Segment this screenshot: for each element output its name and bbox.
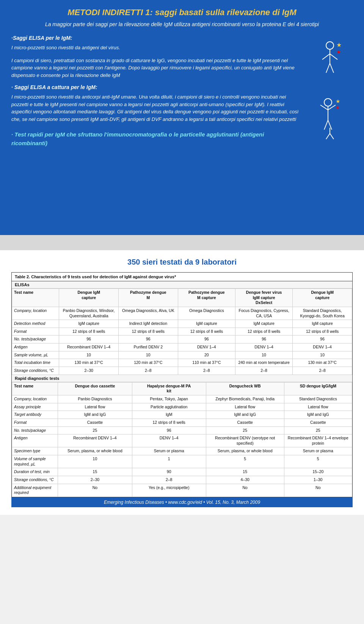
elisa-cell: 2–8 [293,367,352,375]
elisa-cell: 96 [178,336,235,343]
elisa-cell: 2–30 [59,367,119,375]
elisa-row-label: Sample volume, µL [12,351,59,359]
rapid-table: Test name Dengue duo cassette Hapalyse d… [12,382,352,497]
elisa-cell: 96 [293,336,352,343]
svg-point-0 [326,42,334,49]
svg-line-2 [322,54,330,60]
rapid-cell: 1 [132,455,206,468]
rapid-row-label: Company, location [12,395,58,403]
elisa-cell: 10 [293,351,352,359]
rapid-cell: Cassette [284,419,352,426]
rapid-row: Assay principleLateral flowParticle aggl… [12,403,352,411]
rapid-cell: Zephyr Biomedicals, Panaji, India [206,395,284,403]
rapid-cell: No [58,484,132,497]
col-header-label: Test name [12,289,59,307]
elisa-cell: 130 min at 37°C [293,359,352,367]
icon-column: ★ ★ ★ ★ [307,35,353,147]
rapid-col-label: Test name [12,382,58,395]
rapid-cell: Standard Diagnostics [284,395,352,403]
col-header-4: Dengue fever virusIgM captureDxSelect [235,289,292,307]
elisa-row: Detection methodIgM captureIndirect IgM … [12,320,352,328]
elisa-row: No. tests/package9696969696 [12,336,352,343]
elisa-row-label: Storage conditions, °C [12,367,59,375]
illustration-icon-2: ★ ★ [313,96,347,141]
rapid-cell: 15 [206,468,284,476]
rapid-cell: 12 strips of 8 wells [132,419,206,426]
illustration-icon-1: ★ ★ [313,39,347,80]
svg-text:★: ★ [336,49,341,55]
elisa-cell: 96 [59,336,119,343]
rapid-cell: 90 [132,468,206,476]
rapid-row: Volume of sample required, µL10155 [12,455,352,468]
rapid-cell: 15 [58,468,132,476]
rapid-cell: IgM [132,411,206,419]
elisa-cell: 2–8 [235,367,292,375]
rapid-row-label: Antigen [12,434,58,447]
elisa-label: ELISAs [12,281,352,288]
rapid-cell: Serum or plasma [132,447,206,455]
elisa-cell: 10 [235,351,292,359]
col-header-2: Pathozyme dengueM [118,289,178,307]
section3-text: · Test rapidi per IgM che sfruttano l'im… [11,130,301,147]
rapid-cell: Cassette [58,419,132,426]
rapid-header-row: Test name Dengue duo cassette Hapalyse d… [12,382,352,395]
elisa-cell: 12 strips of 8 wells [235,328,292,336]
svg-point-8 [324,99,332,106]
rapid-row: Additional equipment requiredNoYes (e.g.… [12,484,352,497]
elisa-row: Format12 strips of 8 wells12 strips of 8… [12,328,352,336]
rapid-row-label: Additional equipment required [12,484,58,497]
rapid-label: Rapid diagnostic tests [12,375,352,382]
col-header-3: Pathozyme dengueM capture [178,289,235,307]
rapid-row: Duration of test, min15901515–20 [12,468,352,476]
svg-text:★: ★ [336,42,342,48]
elisa-cell: Purified DENV 2 [118,343,178,351]
elisa-row-label: Detection method [12,320,59,328]
col-header-1: Dengue IgMcapture [59,289,119,307]
section2-body: I micro-pozzetti sono rivestiti da antic… [11,93,301,123]
rapid-cell: IgM and IgG [58,411,132,419]
elisa-cell: Standard Diagnostics, Kyonggi-do, South … [293,307,352,320]
rapid-cell: 25 [206,426,284,434]
bottom-title: 350 sieri testati da 9 laboratori [11,258,353,267]
rapid-cell: 4–30 [206,476,284,484]
rapid-cell: Particle agglutination [132,403,206,411]
rapid-row: Target antibodyIgM and IgGIgMIgM and IgG… [12,411,352,419]
elisa-cell: 120 min at 37°C [118,359,178,367]
rapid-cell: Lateral flow [206,403,284,411]
elisa-cell: 96 [235,336,292,343]
rapid-cell: 25 [58,426,132,434]
elisa-cell: Panbio Diagnostics, Windsor, Queensland,… [59,307,119,320]
rapid-cell: Cassette [206,419,284,426]
elisa-row: Storage conditions, °C2–302–82–82–82–8 [12,367,352,375]
elisa-row: Total incubation time130 min at 37°C120 … [12,359,352,367]
rapid-row: Company, locationPanbio DiagnosticsPenta… [12,395,352,403]
rapid-row: Specimen typeSerum, plasma, or whole blo… [12,447,352,455]
rapid-col-3: Dengucheck WB [206,382,284,395]
elisa-row-label: Antigen [12,343,59,351]
rapid-cell: No [206,484,284,497]
rapid-cell: Panbio Diagnostics [58,395,132,403]
main-subtitle: La maggior parte dei saggi per la rileva… [11,21,353,27]
col-header-5: Dengue IgMcapture [293,289,352,307]
gap-divider [0,235,364,250]
elisa-cell: 12 strips of 8 wells [178,328,235,336]
elisa-cell: 12 strips of 8 wells [118,328,178,336]
elisa-row-label: Format [12,328,59,336]
elisa-cell: 96 [118,336,178,343]
elisa-cell: IgM capture [59,320,119,328]
elisa-cell: Omega Diagnostics [178,307,235,320]
elisa-cell: IgM capture [178,320,235,328]
rapid-row: Storage conditions, °C2–302–84–301–30 [12,476,352,484]
elisa-row-label: No. tests/package [12,336,59,343]
rapid-cell: Serum or plasma [284,447,352,455]
elisa-row: Sample volume, µL1010201010 [12,351,352,359]
rapid-row: AntigenRecombinant DENV 1–4DENV 1–4Recom… [12,434,352,447]
data-table: Table 2. Characteristics of 9 tests used… [11,272,353,497]
rapid-cell: Lateral flow [58,403,132,411]
elisa-cell: Focus Diagnostics, Cypress, CA, USA [235,307,292,320]
rapid-row: No. tests/package25962525 [12,426,352,434]
rapid-cell: 25 [284,426,352,434]
elisa-cell: Indirect IgM detection [118,320,178,328]
rapid-col-1: Dengue duo cassette [58,382,132,395]
rapid-row-label: No. tests/package [12,426,58,434]
